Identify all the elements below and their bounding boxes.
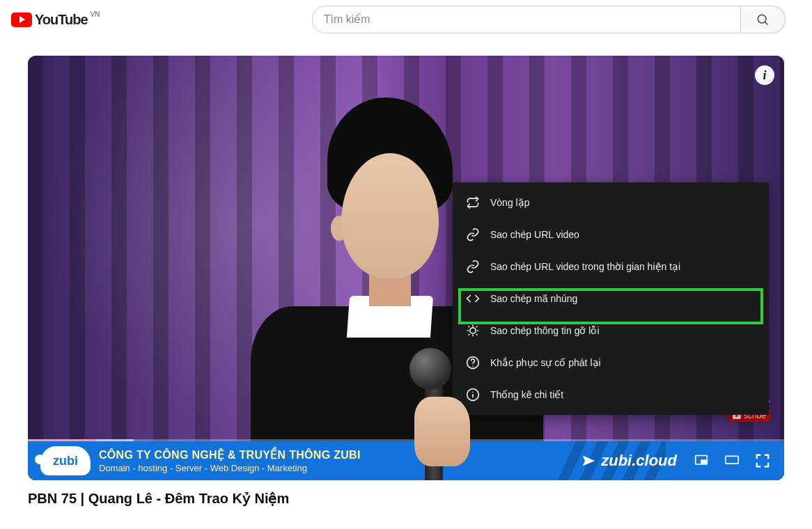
info-icon <box>465 387 481 402</box>
menu-item-troubleshoot[interactable]: Khắc phục sự cố phát lại <box>453 347 769 379</box>
menu-item-copy-embed[interactable]: Sao chép mã nhúng <box>453 283 769 315</box>
search <box>116 6 801 33</box>
bug-icon <box>465 323 481 338</box>
menu-label: Thống kê chi tiết <box>490 389 563 400</box>
svg-rect-4 <box>701 460 706 463</box>
context-menu: Vòng lặp Sao chép URL video Sao chép URL… <box>453 182 769 415</box>
code-icon <box>465 291 481 306</box>
search-input[interactable] <box>312 6 741 33</box>
video-title: PBN 75 | Quang Lê - Đêm Trao Kỷ Niệm <box>28 490 784 507</box>
region-code: VN <box>91 10 100 18</box>
send-icon <box>581 454 595 468</box>
menu-item-stats[interactable]: Thống kê chi tiết <box>453 379 769 411</box>
search-button[interactable] <box>741 6 786 33</box>
link-icon <box>465 227 481 242</box>
svg-point-0 <box>758 15 767 23</box>
svg-rect-5 <box>726 456 738 464</box>
svg-point-11 <box>472 391 474 393</box>
menu-label: Vòng lặp <box>490 197 529 208</box>
svg-point-6 <box>470 328 476 333</box>
header: YouTube VN <box>0 0 812 39</box>
brand-text: CÔNG TY CÔNG NGHỆ & TRUYỀN THÔNG ZUBI Do… <box>99 448 361 473</box>
miniplayer-icon <box>693 454 710 468</box>
theater-icon <box>723 454 741 468</box>
menu-label: Khắc phục sự cố phát lại <box>490 357 601 368</box>
link-icon <box>465 259 481 274</box>
brand-site[interactable]: zubi.cloud <box>581 452 677 470</box>
brand-line2: Domain - hosting - Server - Web Design -… <box>99 463 361 473</box>
miniplayer-button[interactable] <box>692 454 710 468</box>
fullscreen-icon <box>755 453 770 468</box>
menu-item-copy-url[interactable]: Sao chép URL video <box>453 219 769 251</box>
logo-text: YouTube <box>35 12 88 28</box>
menu-item-loop[interactable]: Vòng lặp <box>453 187 769 219</box>
video-player[interactable]: i ĐĂNG KÝ scribe zubi CÔNG TY CÔNG NGHỆ … <box>28 56 784 480</box>
logo[interactable]: YouTube VN <box>11 12 88 28</box>
menu-label: Sao chép URL video trong thời gian hiện … <box>490 261 680 272</box>
search-icon <box>756 13 770 26</box>
menu-label: Sao chép thông tin gỡ lỗi <box>490 325 600 336</box>
menu-label: Sao chép mã nhúng <box>490 293 577 304</box>
help-icon <box>465 355 481 370</box>
menu-item-copy-debug[interactable]: Sao chép thông tin gỡ lỗi <box>453 315 769 347</box>
player-controls <box>692 454 772 468</box>
info-button[interactable]: i <box>755 65 774 85</box>
theater-button[interactable] <box>723 454 741 468</box>
loop-icon <box>465 195 481 210</box>
fullscreen-button[interactable] <box>754 454 772 468</box>
svg-point-8 <box>472 365 474 367</box>
youtube-icon <box>11 13 32 27</box>
menu-label: Sao chép URL video <box>490 229 579 240</box>
branding-bar: zubi CÔNG TY CÔNG NGHỆ & TRUYỀN THÔNG ZU… <box>28 441 784 480</box>
svg-line-1 <box>765 22 768 25</box>
brand-badge: zubi <box>40 446 91 475</box>
menu-item-copy-url-time[interactable]: Sao chép URL video trong thời gian hiện … <box>453 251 769 283</box>
brand-line1: CÔNG TY CÔNG NGHỆ & TRUYỀN THÔNG ZUBI <box>99 448 361 461</box>
